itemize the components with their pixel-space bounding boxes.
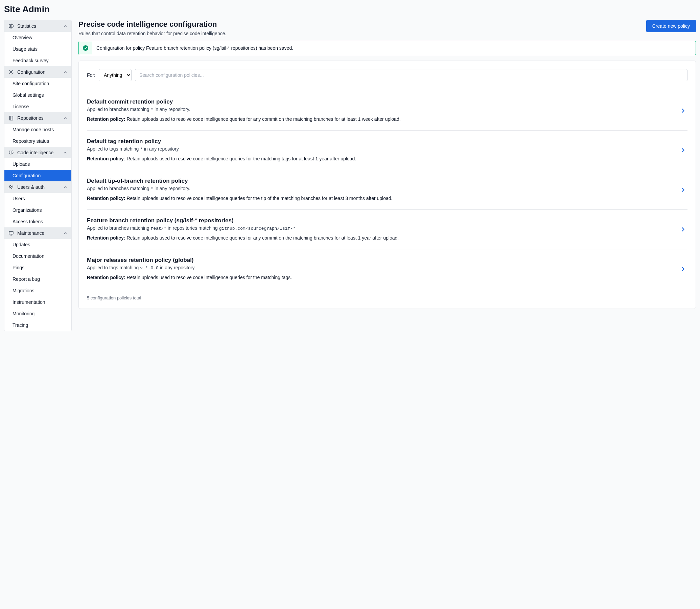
sidebar-item-repository-status[interactable]: Repository status xyxy=(4,135,71,147)
sidebar-group-label: Code intelligence xyxy=(17,150,53,155)
monitor-icon xyxy=(8,230,14,236)
main-content: Precise code intelligence configuration … xyxy=(78,20,696,331)
policy-list: Default commit retention policyApplied t… xyxy=(87,91,687,289)
policy-applied: Applied to branches matching * in any re… xyxy=(87,107,675,112)
users-icon xyxy=(8,185,14,190)
total-count: 5 configuration policies total xyxy=(87,292,687,300)
svg-rect-2 xyxy=(10,116,13,120)
policy-title: Default commit retention policy xyxy=(87,99,675,105)
policy-item[interactable]: Major releases retention policy (global)… xyxy=(87,249,687,289)
alert-message: Configuration for policy Feature branch … xyxy=(92,41,297,55)
policy-title: Default tip-of-branch retention policy xyxy=(87,178,675,185)
chevron-right-icon xyxy=(679,187,687,193)
sidebar-group-statistics[interactable]: Statistics xyxy=(4,20,71,32)
chevron-up-icon xyxy=(63,24,67,28)
sidebar: StatisticsOverviewUsage statsFeedback su… xyxy=(4,20,72,331)
filter-select[interactable]: Anything xyxy=(99,69,131,81)
sidebar-group-label: Repositories xyxy=(17,115,43,121)
sidebar-group-label: Users & auth xyxy=(17,185,44,190)
sidebar-item-access-tokens[interactable]: Access tokens xyxy=(4,216,71,227)
chevron-up-icon xyxy=(63,70,67,74)
gear-icon xyxy=(8,69,14,75)
policy-title: Default tag retention policy xyxy=(87,138,675,145)
sidebar-group-label: Maintenance xyxy=(17,230,44,236)
svg-point-3 xyxy=(10,186,11,187)
policy-retention: Retention policy: Retain uploads used to… xyxy=(87,155,675,162)
sidebar-item-usage-stats[interactable]: Usage stats xyxy=(4,43,71,55)
sidebar-item-users[interactable]: Users xyxy=(4,193,71,204)
sidebar-group-maintenance[interactable]: Maintenance xyxy=(4,227,71,239)
success-alert: Configuration for policy Feature branch … xyxy=(78,41,696,55)
policies-panel: For: Anything Default commit retention p… xyxy=(78,60,696,309)
policy-content: Default commit retention policyApplied t… xyxy=(87,99,675,123)
policy-applied: Applied to tags matching * in any reposi… xyxy=(87,146,675,152)
sidebar-item-updates[interactable]: Updates xyxy=(4,239,71,250)
sidebar-item-monitoring[interactable]: Monitoring xyxy=(4,308,71,319)
alert-icon-wrap xyxy=(79,41,92,55)
main-subtitle: Rules that control data retention behavi… xyxy=(78,31,226,36)
policy-item[interactable]: Default tag retention policyApplied to t… xyxy=(87,130,687,170)
sidebar-item-instrumentation[interactable]: Instrumentation xyxy=(4,296,71,308)
policy-content: Major releases retention policy (global)… xyxy=(87,257,675,281)
policy-content: Default tip-of-branch retention policyAp… xyxy=(87,178,675,202)
chevron-up-icon xyxy=(63,231,67,235)
filter-row: For: Anything xyxy=(87,69,687,81)
policy-retention: Retention policy: Retain uploads used to… xyxy=(87,195,675,202)
sidebar-item-report-bug[interactable]: Report a bug xyxy=(4,273,71,285)
chevron-right-icon xyxy=(679,147,687,153)
policy-title: Feature branch retention policy (sg/lsif… xyxy=(87,217,675,224)
policy-applied: Applied to tags matching v.*.0.0 in any … xyxy=(87,265,675,271)
svg-rect-5 xyxy=(9,231,13,234)
sidebar-item-license[interactable]: License xyxy=(4,101,71,112)
policy-title: Major releases retention policy (global) xyxy=(87,257,675,264)
sidebar-item-documentation[interactable]: Documentation xyxy=(4,250,71,262)
check-circle-icon xyxy=(83,45,88,51)
policy-retention: Retention policy: Retain uploads used to… xyxy=(87,234,675,242)
brain-icon xyxy=(8,150,14,155)
policy-applied: Applied to branches matching * in any re… xyxy=(87,186,675,191)
sidebar-group-code-intelligence[interactable]: Code intelligence xyxy=(4,147,71,158)
repo-icon xyxy=(8,115,14,121)
globe-icon xyxy=(8,23,14,29)
sidebar-item-global-settings[interactable]: Global settings xyxy=(4,89,71,101)
sidebar-group-users-auth[interactable]: Users & auth xyxy=(4,181,71,193)
sidebar-item-ci-configuration[interactable]: Configuration xyxy=(4,170,71,181)
page-title: Site Admin xyxy=(4,4,696,15)
chevron-right-icon xyxy=(679,266,687,272)
sidebar-item-pings[interactable]: Pings xyxy=(4,262,71,273)
policy-content: Default tag retention policyApplied to t… xyxy=(87,138,675,162)
sidebar-item-site-config[interactable]: Site configuration xyxy=(4,78,71,89)
sidebar-item-organizations[interactable]: Organizations xyxy=(4,204,71,216)
filter-for-label: For: xyxy=(87,72,95,78)
sidebar-item-tracing[interactable]: Tracing xyxy=(4,319,71,331)
chevron-up-icon xyxy=(63,116,67,120)
sidebar-group-label: Configuration xyxy=(17,69,45,75)
main-title: Precise code intelligence configuration xyxy=(78,20,226,29)
create-new-policy-button[interactable]: Create new policy xyxy=(646,20,696,32)
svg-point-4 xyxy=(12,186,13,187)
policy-applied: Applied to branches matching feat/* in r… xyxy=(87,225,675,231)
sidebar-item-feedback-survey[interactable]: Feedback survey xyxy=(4,55,71,66)
chevron-right-icon xyxy=(679,108,687,114)
policy-retention: Retention policy: Retain uploads used to… xyxy=(87,274,675,281)
sidebar-item-migrations[interactable]: Migrations xyxy=(4,285,71,296)
policy-item[interactable]: Feature branch retention policy (sg/lsif… xyxy=(87,209,687,249)
policy-item[interactable]: Default commit retention policyApplied t… xyxy=(87,91,687,130)
sidebar-item-uploads[interactable]: Uploads xyxy=(4,158,71,170)
sidebar-group-configuration[interactable]: Configuration xyxy=(4,66,71,78)
chevron-up-icon xyxy=(63,185,67,189)
sidebar-item-overview[interactable]: Overview xyxy=(4,32,71,43)
search-input[interactable] xyxy=(135,69,687,81)
policy-content: Feature branch retention policy (sg/lsif… xyxy=(87,217,675,242)
sidebar-group-repositories[interactable]: Repositories xyxy=(4,112,71,124)
chevron-right-icon xyxy=(679,226,687,232)
svg-point-1 xyxy=(11,71,12,73)
chevron-up-icon xyxy=(63,151,67,155)
sidebar-item-manage-code-hosts[interactable]: Manage code hosts xyxy=(4,124,71,135)
sidebar-group-label: Statistics xyxy=(17,23,36,29)
policy-item[interactable]: Default tip-of-branch retention policyAp… xyxy=(87,170,687,209)
policy-retention: Retention policy: Retain uploads used to… xyxy=(87,116,675,123)
